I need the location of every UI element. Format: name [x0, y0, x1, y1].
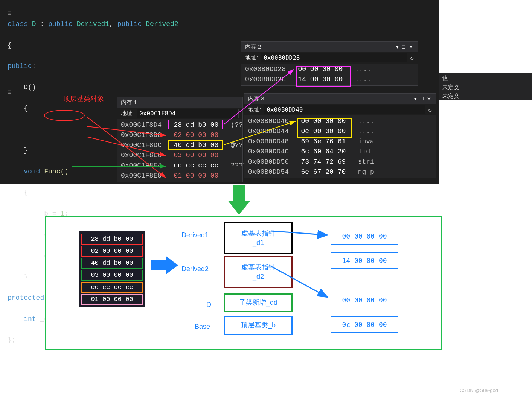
diag-box-d: 子类新增_dd	[224, 293, 293, 312]
code-line: D()	[8, 82, 178, 93]
mini-row: cc cc cc cc	[81, 282, 143, 293]
address-input[interactable]	[137, 109, 239, 118]
memory-dump: 0x00B0DD40 00 00 00 00 .... 0x00B0DD44 0…	[244, 115, 436, 178]
memory-panel-2: 内存 2 ▾ ☐ ✕ 地址: ↻ 0x00B0DD28 00 00 00 00 …	[241, 41, 418, 86]
code-line: {	[8, 40, 178, 50]
memory-row: 0x00C1F8DC 40 dd b0 00 @??.	[121, 140, 239, 150]
memory-panel-1: 内存 1 地址: 0x00C1F8D4 28 dd b0 00 (??. 0x0…	[117, 97, 243, 182]
memory-row: 0x00B0DD2C 14 00 00 00 ....	[245, 74, 414, 85]
annotation-ellipse	[44, 110, 85, 121]
value-cell: 未定义	[439, 92, 532, 100]
mini-row: 01 00 00 00	[81, 294, 143, 305]
memory-row: 0x00B0DD40 00 00 00 00 ....	[248, 116, 432, 126]
mini-row: 02 00 00 00	[81, 246, 143, 257]
vbtable-entry: 0c 00 00 00	[331, 316, 398, 333]
value-header: 值	[439, 73, 532, 83]
mini-row: 03 00 00 00	[81, 270, 143, 281]
memory-row: 0x00C1F8E4 cc cc cc cc ????	[121, 161, 239, 171]
memory-row: 0x00C1F8E8 01 00 00 00	[121, 171, 239, 181]
vbtable-entry: 00 00 00 00	[331, 228, 398, 245]
memory-row: 0x00B0DD4C 6c 69 64 20 lid	[248, 147, 432, 157]
refresh-icon[interactable]: ↻	[428, 106, 432, 114]
memory-row: 0x00C1F8D4 28 dd b0 00 (??.	[121, 120, 239, 130]
memory-panel-header[interactable]: 内存 3 ▾ ☐ ✕	[244, 94, 436, 104]
refresh-icon[interactable]: ↻	[410, 54, 414, 62]
diag-box-derived2: 虚基表指针_d2	[224, 256, 293, 288]
mini-row: 40 dd b0 00	[81, 258, 143, 269]
memory-dump: 0x00B0DD28 00 00 00 00 .... 0x00B0DD2C 1…	[241, 64, 418, 85]
memory-row: 0x00C1F8E0 03 00 00 00	[121, 150, 239, 161]
code-line: class D : public Derived1, public Derive…	[8, 19, 178, 29]
address-label: 地址:	[245, 54, 258, 61]
memory-row: 0x00B0DD44 0c 00 00 00 ....	[248, 126, 432, 137]
memory-panel-title: 内存 3	[248, 95, 264, 102]
memory-panel-header[interactable]: 内存 1	[117, 97, 242, 108]
address-label: 地址:	[121, 110, 134, 117]
window-controls[interactable]: ▾ ☐ ✕	[414, 96, 432, 102]
address-input[interactable]	[261, 53, 407, 62]
memory-row: 0x00B0DD54 6e 67 20 70 ng p	[248, 167, 432, 177]
annotation-label: 顶层基类对象	[63, 94, 104, 103]
value-cell: 未定义	[439, 83, 532, 92]
mini-row: 28 dd b0 00	[81, 234, 143, 245]
window-controls[interactable]: ▾ ☐ ✕	[396, 44, 414, 50]
diag-label-derived2: Derived2	[181, 265, 209, 273]
memory-row: 0x00B0DD50 73 74 72 69 stri	[248, 157, 432, 167]
memory-row: 0x00B0DD48 69 6e 76 61 inva	[248, 137, 432, 147]
memory-dump: 0x00C1F8D4 28 dd b0 00 (??. 0x00C1F8D8 0…	[117, 119, 242, 182]
mini-memory: 28 dd b0 00 02 00 00 00 40 dd b0 00 03 0…	[79, 231, 145, 307]
down-arrow-icon	[228, 185, 250, 216]
code-line: {	[8, 187, 178, 198]
diag-box-derived1: 虚基表指针_d1	[224, 222, 293, 254]
address-input[interactable]	[264, 105, 425, 114]
diag-label-d: D	[206, 301, 211, 309]
vbtable-entry: 14 00 00 00	[331, 252, 398, 269]
vbtable-entry: 00 00 00 00	[331, 292, 398, 308]
memory-panel-3: 内存 3 ▾ ☐ ✕ 地址: ↻ 0x00B0DD40 00 00 00 00 …	[244, 93, 436, 178]
memory-row: 0x00B0DD28 00 00 00 00 ....	[245, 64, 414, 74]
diag-label-base: Base	[195, 323, 210, 331]
value-column: 值 未定义 未定义	[439, 73, 532, 100]
watermark: CSDN @Suk-god	[460, 387, 498, 393]
memory-row: 0x00C1F8D8 02 00 00 00	[121, 130, 239, 140]
right-arrow-icon	[151, 256, 179, 275]
diag-label-derived1: Derived1	[181, 231, 209, 239]
code-line: public:	[8, 61, 178, 71]
address-label: 地址:	[248, 106, 261, 113]
diag-box-base: 顶层基类_b	[224, 316, 293, 335]
memory-panel-title: 内存 2	[245, 43, 261, 50]
memory-panel-header[interactable]: 内存 2 ▾ ☐ ✕	[241, 42, 418, 52]
memory-panel-title: 内存 1	[121, 99, 137, 106]
